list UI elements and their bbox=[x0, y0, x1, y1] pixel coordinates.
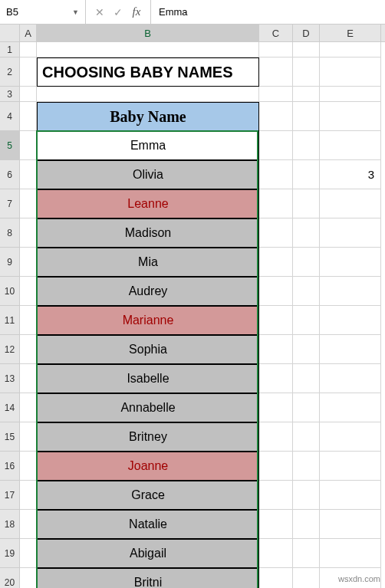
cell-E10[interactable] bbox=[320, 277, 381, 306]
col-header-E[interactable]: E bbox=[320, 25, 381, 41]
row-header-12[interactable]: 12 bbox=[0, 335, 19, 364]
cell-A7[interactable] bbox=[20, 189, 37, 218]
name-box[interactable]: B5 ▼ bbox=[0, 0, 86, 24]
cell-D17[interactable] bbox=[293, 481, 320, 510]
cancel-icon[interactable]: ✕ bbox=[90, 6, 109, 18]
fx-icon[interactable]: fx bbox=[127, 5, 146, 18]
col-header-B[interactable]: B bbox=[37, 25, 259, 41]
cell-E13[interactable] bbox=[320, 364, 381, 393]
cell-E18[interactable] bbox=[320, 510, 381, 539]
cell-A10[interactable] bbox=[20, 277, 37, 306]
cell-A15[interactable] bbox=[20, 422, 37, 452]
cell-D5[interactable] bbox=[293, 131, 320, 160]
cell-D11[interactable] bbox=[293, 306, 320, 335]
cell-A9[interactable] bbox=[20, 248, 37, 277]
cell-D15[interactable] bbox=[293, 422, 320, 452]
cell-B3[interactable] bbox=[37, 87, 259, 102]
select-all-corner[interactable] bbox=[0, 25, 19, 42]
cell-D2[interactable] bbox=[293, 57, 320, 87]
formula-input[interactable] bbox=[151, 0, 385, 24]
row-header-13[interactable]: 13 bbox=[0, 364, 19, 393]
cell-E7[interactable] bbox=[320, 189, 381, 218]
cell-A17[interactable] bbox=[20, 481, 37, 510]
cell-D4[interactable] bbox=[293, 102, 320, 131]
cell-E8[interactable] bbox=[320, 218, 381, 248]
cell-D16[interactable] bbox=[293, 452, 320, 481]
row-header-20[interactable]: 20 bbox=[0, 568, 19, 588]
row-header-16[interactable]: 16 bbox=[0, 452, 19, 481]
cell-C18[interactable] bbox=[259, 510, 293, 539]
cell-A12[interactable] bbox=[20, 335, 37, 364]
cell-A20[interactable] bbox=[20, 568, 37, 588]
cell-E11[interactable] bbox=[320, 306, 381, 335]
name-cell[interactable]: Joanne bbox=[37, 452, 259, 481]
cell-D13[interactable] bbox=[293, 364, 320, 393]
cell-C5[interactable] bbox=[259, 131, 293, 160]
row-header-4[interactable]: 4 bbox=[0, 102, 19, 131]
cell-A8[interactable] bbox=[20, 218, 37, 248]
cell-D20[interactable] bbox=[293, 568, 320, 588]
cell-A16[interactable] bbox=[20, 452, 37, 481]
cell-E14[interactable] bbox=[320, 393, 381, 422]
count-cell[interactable]: 3 bbox=[320, 160, 381, 189]
cell-C19[interactable] bbox=[259, 539, 293, 568]
row-header-10[interactable]: 10 bbox=[0, 277, 19, 306]
cell-E15[interactable] bbox=[320, 422, 381, 452]
accept-icon[interactable]: ✓ bbox=[109, 6, 127, 18]
cell-D9[interactable] bbox=[293, 248, 320, 277]
cell-A5[interactable] bbox=[20, 131, 37, 160]
cell-D12[interactable] bbox=[293, 335, 320, 364]
row-header-15[interactable]: 15 bbox=[0, 422, 19, 452]
cell-C1[interactable] bbox=[259, 42, 293, 57]
cell-A18[interactable] bbox=[20, 510, 37, 539]
cell-E17[interactable] bbox=[320, 481, 381, 510]
name-cell[interactable]: Abigail bbox=[37, 539, 259, 568]
cell-E2[interactable] bbox=[320, 57, 381, 87]
cell-C4[interactable] bbox=[259, 102, 293, 131]
cell-C3[interactable] bbox=[259, 87, 293, 102]
cell-E4[interactable] bbox=[320, 102, 381, 131]
cell-A2[interactable] bbox=[20, 57, 37, 87]
row-header-5[interactable]: 5 bbox=[0, 131, 19, 160]
name-cell[interactable]: Annabelle bbox=[37, 393, 259, 422]
name-cell[interactable]: Leanne bbox=[37, 189, 259, 218]
row-header-14[interactable]: 14 bbox=[0, 393, 19, 422]
cell-C7[interactable] bbox=[259, 189, 293, 218]
name-cell[interactable]: Grace bbox=[37, 481, 259, 510]
title-cell[interactable]: CHOOSING BABY NAMES bbox=[37, 57, 259, 87]
cell-E1[interactable] bbox=[320, 42, 381, 57]
cell-A19[interactable] bbox=[20, 539, 37, 568]
cell-A14[interactable] bbox=[20, 393, 37, 422]
cell-A11[interactable] bbox=[20, 306, 37, 335]
cell-D19[interactable] bbox=[293, 539, 320, 568]
cell-C20[interactable] bbox=[259, 568, 293, 588]
name-cell[interactable]: Emma bbox=[37, 131, 259, 160]
cell-C16[interactable] bbox=[259, 452, 293, 481]
row-header-2[interactable]: 2 bbox=[0, 57, 19, 87]
cell-D7[interactable] bbox=[293, 189, 320, 218]
row-header-8[interactable]: 8 bbox=[0, 218, 19, 248]
cell-A1[interactable] bbox=[20, 42, 37, 57]
cell-C6[interactable] bbox=[259, 160, 293, 189]
cell-C12[interactable] bbox=[259, 335, 293, 364]
name-cell[interactable]: Natalie bbox=[37, 510, 259, 539]
name-cell[interactable]: Isabelle bbox=[37, 364, 259, 393]
col-header-D[interactable]: D bbox=[293, 25, 320, 41]
cell-D8[interactable] bbox=[293, 218, 320, 248]
cell-A4[interactable] bbox=[20, 102, 37, 131]
cell-E19[interactable] bbox=[320, 539, 381, 568]
row-header-17[interactable]: 17 bbox=[0, 481, 19, 510]
row-header-19[interactable]: 19 bbox=[0, 539, 19, 568]
cell-C10[interactable] bbox=[259, 277, 293, 306]
cell-C8[interactable] bbox=[259, 218, 293, 248]
cell-E9[interactable] bbox=[320, 248, 381, 277]
row-header-1[interactable]: 1 bbox=[0, 42, 19, 57]
cell-D14[interactable] bbox=[293, 393, 320, 422]
row-header-11[interactable]: 11 bbox=[0, 306, 19, 335]
name-cell[interactable]: Audrey bbox=[37, 277, 259, 306]
cell-C9[interactable] bbox=[259, 248, 293, 277]
name-cell[interactable]: Britni bbox=[37, 568, 259, 588]
name-cell[interactable]: Madison bbox=[37, 218, 259, 248]
cell-C15[interactable] bbox=[259, 422, 293, 452]
cell-C11[interactable] bbox=[259, 306, 293, 335]
